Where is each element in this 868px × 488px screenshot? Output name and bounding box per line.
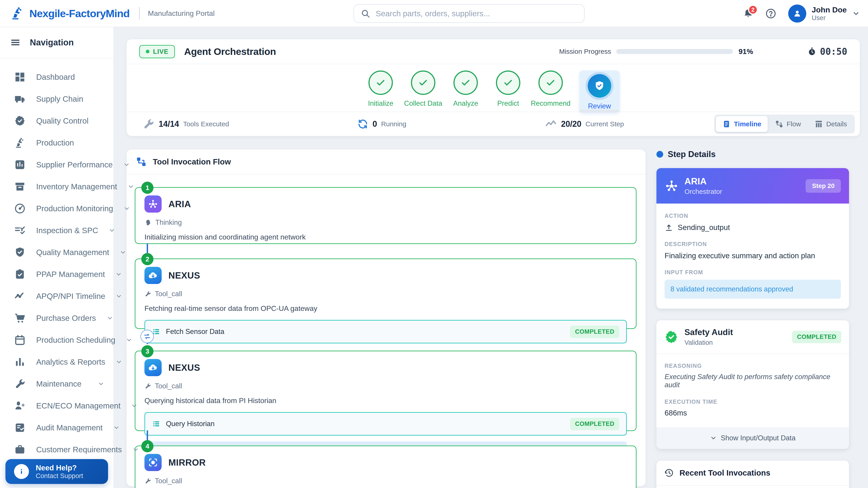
- description-label: DESCRIPTION: [664, 241, 841, 248]
- user-menu[interactable]: John Doe User: [788, 4, 860, 23]
- step-predict[interactable]: Predict: [494, 70, 522, 107]
- document-check-icon: [14, 422, 26, 433]
- chevron-down-icon: [710, 435, 717, 442]
- robot-arm-icon: [14, 137, 26, 149]
- sidebar-item-analytics-reports[interactable]: Analytics & Reports: [0, 351, 114, 373]
- help-subtitle: Contact Support: [36, 472, 83, 480]
- brain-icon: [145, 219, 152, 226]
- user-name: John Doe: [812, 5, 847, 14]
- wrench-icon: [143, 118, 155, 130]
- sidebar-item-purchase-orders[interactable]: Purchase Orders: [0, 307, 114, 329]
- sidebar-item-ppap-management[interactable]: PPAP Management: [0, 263, 114, 285]
- recent-item-safety-audit[interactable]: Safety Audit by SHIELD: [656, 486, 849, 488]
- sidebar-item-apqp-npi-timeline[interactable]: APQP/NPI Timeline: [0, 285, 114, 307]
- chevron-down-icon: [132, 446, 139, 453]
- tool-invocation-flow-panel: Tool Invocation Flow 1 ARIA Thinking: [127, 150, 646, 486]
- sidebar-item-ecn-eco-management[interactable]: ECN/ECO Management: [0, 395, 114, 417]
- sidebar-item-inspection-spc[interactable]: Inspection & SPC: [0, 219, 114, 241]
- wrench-icon: [145, 383, 151, 390]
- step-number-badge: 3: [141, 345, 153, 357]
- sidebar-item-inventory-management[interactable]: Inventory Management: [0, 175, 114, 197]
- chevron-down-icon: [131, 402, 138, 409]
- sidebar-item-quality-management[interactable]: Quality Management: [0, 241, 114, 263]
- brand[interactable]: Nexgile-FactoryMind Manufacturing Portal: [10, 6, 215, 21]
- help-button[interactable]: [765, 8, 776, 19]
- flow-icon: [135, 156, 147, 167]
- sidebar-item-supply-chain[interactable]: Supply Chain: [0, 88, 114, 110]
- action-type: Tool_call: [155, 382, 182, 390]
- flow-icon: [775, 120, 783, 128]
- flow-step-1-aria[interactable]: 1 ARIA Thinking Initializing mission and…: [135, 187, 637, 244]
- chevron-down-icon: [120, 249, 126, 256]
- info-icon: [14, 464, 29, 479]
- sidebar-item-quality-control[interactable]: Quality Control: [0, 110, 114, 132]
- sidebar-title: Navigation: [30, 38, 74, 47]
- agent-role: Orchestrator: [684, 188, 722, 195]
- mission-header-card: LIVE Agent Orchestration Mission Progres…: [127, 39, 860, 136]
- dashboard-icon: [14, 71, 26, 83]
- tab-flow[interactable]: Flow: [769, 116, 807, 132]
- input-from-label: INPUT FROM: [664, 269, 841, 275]
- timeline-icon: [722, 120, 731, 128]
- bar-chart-icon: [14, 356, 26, 368]
- tool-result-fetch-sensor-data[interactable]: Fetch Sensor Data COMPLETED: [145, 320, 627, 344]
- contact-support-button[interactable]: Need Help? Contact Support: [5, 459, 108, 484]
- sidebar-item-production-monitoring[interactable]: Production Monitoring: [0, 197, 114, 219]
- sidebar-item-production-scheduling[interactable]: Production Scheduling: [0, 329, 114, 351]
- sidebar-item-dashboard[interactable]: Dashboard: [0, 66, 114, 88]
- sidebar-item-production[interactable]: Production: [0, 132, 114, 154]
- chevron-down-icon: [127, 183, 134, 190]
- avatar: [788, 4, 806, 23]
- live-dot: [146, 50, 149, 53]
- upload-icon: [664, 223, 673, 232]
- trend-line-icon: [14, 290, 26, 302]
- step-details-column: Step Details ARIA Orchestrator Step 20 A…: [656, 150, 849, 488]
- recent-title: Recent Tool Invocations: [680, 468, 770, 477]
- step-review-active[interactable]: Review: [579, 70, 620, 112]
- flow-step-3-nexus[interactable]: 3 NEXUS Tool_call Querying historical da…: [135, 351, 637, 431]
- inventory-box-icon: [14, 181, 26, 193]
- show-io-data-toggle[interactable]: Show Input/Output Data: [656, 427, 849, 449]
- main-content: LIVE Agent Orchestration Mission Progres…: [114, 27, 868, 488]
- sidebar-item-supplier-performance[interactable]: Supplier Performance: [0, 154, 114, 175]
- mission-progress-label: Mission Progress: [559, 48, 611, 55]
- agent-name: ARIA: [168, 199, 191, 209]
- step-collect-data[interactable]: Collect Data: [409, 70, 437, 107]
- tool-type: Validation: [684, 339, 733, 346]
- step-recommend[interactable]: Recommend: [537, 70, 564, 107]
- hamburger-menu-icon[interactable]: [10, 37, 21, 48]
- safety-audit-card: Safety Audit Validation COMPLETED REASON…: [656, 320, 849, 449]
- agent-description: Finalizing executive summary and action …: [664, 252, 841, 260]
- chevron-down-icon: [115, 271, 122, 278]
- execution-time-value: 686ms: [664, 409, 841, 417]
- sidebar-item-audit-management[interactable]: Audit Management: [0, 417, 114, 438]
- sidebar-item-maintenance[interactable]: Maintenance: [0, 373, 114, 395]
- notifications-button[interactable]: 2: [743, 8, 753, 19]
- checklist-icon: [14, 225, 26, 236]
- flow-step-4-mirror[interactable]: 4 MIRROR Tool_call Synchronizing digital…: [135, 446, 637, 488]
- seal-check-icon: [14, 115, 26, 127]
- tool-result-query-historian[interactable]: Query Historian COMPLETED: [145, 412, 627, 435]
- tab-timeline[interactable]: Timeline: [716, 116, 768, 132]
- step-number-badge: 2: [141, 253, 153, 265]
- page-title: Agent Orchestration: [184, 46, 276, 57]
- global-search[interactable]: [353, 4, 585, 23]
- chevron-down-icon: [123, 205, 130, 212]
- live-badge: LIVE: [139, 45, 175, 58]
- agent-input-from[interactable]: 8 validated recommendations approved: [664, 280, 841, 299]
- step-initialize[interactable]: Initialize: [367, 70, 395, 107]
- step-analyze[interactable]: Analyze: [452, 70, 479, 107]
- view-tabs: Timeline Flow Details: [714, 115, 855, 133]
- mission-progress-percent: 91%: [739, 47, 753, 56]
- check-circle-icon: [496, 70, 520, 95]
- sidebar-item-customer-requirements[interactable]: Customer Requirements: [0, 438, 114, 460]
- flow-step-2-nexus[interactable]: 2 NEXUS Tool_call Fetching real-time sen…: [135, 258, 637, 329]
- tab-details[interactable]: Details: [808, 116, 853, 132]
- stats-row: 14/14 Tools Executed 0 Running 20/20 Cur…: [127, 112, 860, 136]
- step-badge: Step 20: [806, 179, 841, 193]
- mission-timer: 00:50: [807, 46, 847, 57]
- help-title: Need Help?: [36, 463, 83, 473]
- step-description: Fetching real-time sensor data from OPC-…: [145, 304, 627, 313]
- aria-network-icon: [664, 179, 679, 193]
- search-input[interactable]: [376, 9, 577, 18]
